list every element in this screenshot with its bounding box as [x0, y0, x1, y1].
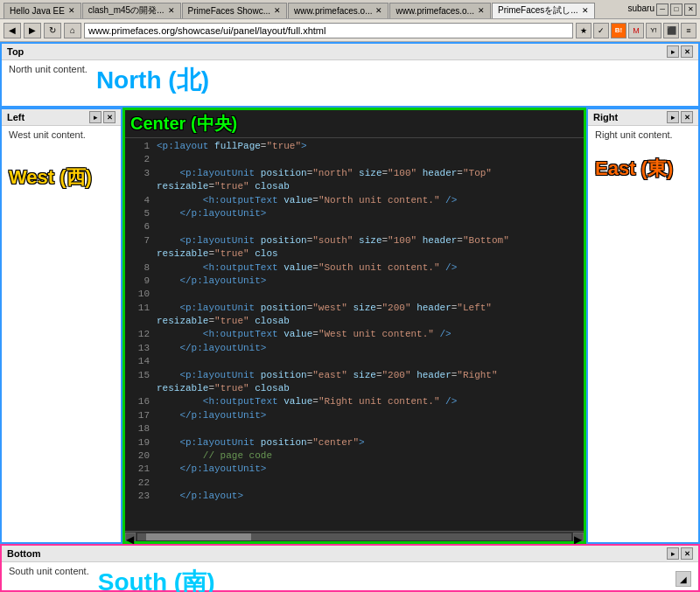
right-panel: Right ▸ ✕ Right unit content. East (東) — [586, 108, 700, 544]
tab-close-icon[interactable]: ✕ — [582, 6, 589, 15]
close-button[interactable]: ✕ — [684, 3, 696, 16]
browser-toolbar: ◀ ▶ ↻ ⌂ ★ ✓ B! M Y! ⬛ ≡ — [0, 19, 700, 42]
code-line-2: 2 — [125, 153, 584, 166]
bottom-panel-title: Bottom — [7, 548, 41, 559]
forward-button[interactable]: ▶ — [24, 23, 41, 38]
code-line-1: 1 <p:layout fullPage="true"> — [125, 140, 584, 153]
toolbar-icons: ★ ✓ B! M Y! ⬛ ≡ — [576, 23, 696, 38]
left-panel-title: Left — [7, 112, 24, 122]
center-big-label: Center (中央) — [130, 112, 237, 136]
code-line-11: 11 <p:layoutUnit position="west" size="2… — [125, 302, 584, 329]
right-panel-body: Right unit content. East (東) — [588, 126, 698, 542]
code-line-16: 16 <h:outputText value="Right unit conte… — [125, 395, 584, 408]
bottom-panel-body: South unit content. South (南) — [2, 562, 698, 592]
tab-label: PrimeFaces Showc... — [188, 6, 270, 16]
code-line-13: 13 </p:layoutUnit> — [125, 342, 584, 355]
code-line-7: 7 <p:layoutUnit position="south" size="1… — [125, 234, 584, 261]
page-content: Top ▸ ✕ North unit content. North (北) Le… — [0, 42, 700, 592]
bottom-panel-minimize[interactable]: ▸ — [667, 547, 679, 560]
browser-tabs: Hello Java EE ✕ clash_m45の開発... ✕ PrimeF… — [4, 1, 627, 18]
tab-close-icon[interactable]: ✕ — [168, 6, 175, 15]
code-area[interactable]: 1 <p:layout fullPage="true"> 2 3 <p:layo… — [125, 138, 584, 531]
address-bar[interactable] — [84, 23, 573, 38]
tool2-icon[interactable]: ≡ — [681, 23, 696, 38]
bottom-content-text: South unit content. — [9, 566, 89, 576]
check-icon[interactable]: ✓ — [593, 23, 609, 38]
primefaces-icon[interactable]: B! — [611, 23, 626, 38]
tab-label: www.primefaces.o... — [294, 6, 372, 16]
top-panel: Top ▸ ✕ North unit content. North (北) — [0, 42, 700, 108]
left-panel-close[interactable]: ✕ — [103, 111, 116, 123]
tab-primefaces-active[interactable]: PrimeFacesを試し... ✕ — [492, 3, 595, 18]
code-line-9: 9 </p:layoutUnit> — [125, 275, 584, 288]
tab-clash[interactable]: clash_m45の開発... ✕ — [82, 3, 181, 18]
tab-primefaces-1[interactable]: www.primefaces.o... ✕ — [288, 3, 388, 18]
browser-titlebar: Hello Java EE ✕ clash_m45の開発... ✕ PrimeF… — [0, 0, 700, 19]
right-panel-minimize[interactable]: ▸ — [667, 111, 679, 123]
right-big-label: East (東) — [595, 156, 673, 182]
right-panel-close[interactable]: ✕ — [681, 111, 693, 123]
tab-close-icon[interactable]: ✕ — [375, 6, 382, 15]
top-panel-controls: ▸ ✕ — [667, 45, 693, 58]
top-big-label: North (北) — [96, 64, 209, 97]
right-panel-title: Right — [593, 112, 618, 122]
left-panel: Left ▸ ✕ West unit content. West (西) — [0, 108, 122, 544]
scroll-thumb-h[interactable] — [146, 533, 251, 540]
code-line-5: 5 </p:layoutUnit> — [125, 207, 584, 220]
reload-button[interactable]: ↻ — [44, 23, 61, 38]
tab-close-icon[interactable]: ✕ — [478, 6, 485, 15]
bottom-panel: Bottom ▸ ✕ South unit content. South (南)… — [0, 544, 700, 592]
tool1-icon[interactable]: ⬛ — [663, 23, 679, 38]
tab-hello-java[interactable]: Hello Java EE ✕ — [4, 3, 81, 18]
horizontal-scrollbar[interactable]: ◀ ▶ — [125, 531, 584, 541]
top-content-text: North unit content. — [9, 64, 88, 74]
resize-handle[interactable]: ◢ — [676, 571, 691, 587]
left-panel-minimize[interactable]: ▸ — [89, 111, 102, 123]
tab-label: www.primefaces.o... — [396, 6, 473, 16]
left-big-label: West (西) — [9, 164, 92, 191]
code-line-18: 18 — [125, 422, 584, 435]
code-line-23: 23 </p:layout> — [125, 490, 584, 503]
code-line-19: 19 <p:layoutUnit position="center"> — [125, 436, 584, 449]
code-line-22: 22 — [125, 477, 584, 490]
right-content-text: Right unit content. — [595, 129, 673, 140]
top-panel-close[interactable]: ✕ — [681, 45, 693, 58]
back-button[interactable]: ◀ — [4, 23, 21, 38]
code-line-17: 17 </p:layoutUnit> — [125, 409, 584, 422]
yahoo-icon[interactable]: Y! — [646, 23, 662, 38]
code-line-14: 14 — [125, 355, 584, 368]
code-line-8: 8 <h:outputText value="South unit conten… — [125, 261, 584, 275]
center-panel: Center (中央) 1 <p:layout fullPage="true">… — [122, 108, 586, 544]
bottom-big-label: South (南) — [98, 566, 215, 592]
scroll-right-arrow[interactable]: ▶ — [573, 533, 584, 541]
code-line-12: 12 <h:outputText value="West unit conten… — [125, 328, 584, 341]
scroll-left-arrow[interactable]: ◀ — [125, 533, 136, 541]
bottom-panel-controls: ▸ ✕ — [667, 547, 693, 560]
code-line-4: 4 <h:outputText value="North unit conten… — [125, 194, 584, 207]
middle-row: Left ▸ ✕ West unit content. West (西) Cen… — [0, 108, 700, 544]
bottom-panel-close[interactable]: ✕ — [681, 547, 693, 560]
top-panel-title: Top — [7, 46, 24, 57]
code-line-20: 20 // page code — [125, 449, 584, 463]
scroll-track-h — [137, 533, 571, 540]
code-line-15: 15 <p:layoutUnit position="east" size="2… — [125, 369, 584, 396]
minimize-button[interactable]: ─ — [656, 3, 668, 16]
maximize-button[interactable]: □ — [670, 3, 682, 16]
tab-close-icon[interactable]: ✕ — [68, 6, 75, 15]
bottom-panel-header: Bottom ▸ ✕ — [2, 546, 698, 562]
top-panel-minimize[interactable]: ▸ — [667, 45, 679, 58]
tab-primefaces-2[interactable]: www.primefaces.o... ✕ — [389, 3, 490, 18]
code-line-10: 10 — [125, 288, 584, 301]
center-panel-header: Center (中央) — [125, 110, 584, 138]
user-label: subaru — [627, 3, 654, 16]
top-panel-header: Top ▸ ✕ — [2, 44, 698, 60]
tab-close-icon[interactable]: ✕ — [274, 6, 281, 15]
tab-primefaces-showc[interactable]: PrimeFaces Showc... ✕ — [182, 3, 287, 18]
code-line-21: 21 </p:layoutUnit> — [125, 463, 584, 476]
bookmark-icon[interactable]: ★ — [576, 23, 592, 38]
home-button[interactable]: ⌂ — [64, 23, 81, 38]
left-panel-controls: ▸ ✕ — [89, 111, 116, 123]
right-panel-controls: ▸ ✕ — [667, 111, 693, 123]
tab-label: Hello Java EE — [10, 6, 65, 16]
mail-icon[interactable]: M — [628, 23, 644, 38]
